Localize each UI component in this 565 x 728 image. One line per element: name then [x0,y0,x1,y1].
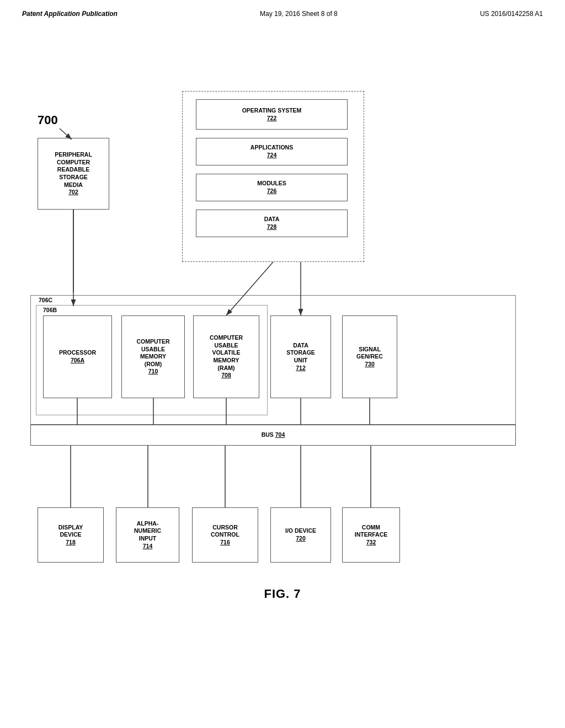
label-706b: 706B [43,307,57,313]
alphanum-box: ALPHA-NUMERICINPUT 714 [116,507,179,563]
display-label: DISPLAYDEVICE [58,524,83,539]
data-ref: 728 [267,223,277,231]
alphanum-label: ALPHA-NUMERICINPUT [134,520,161,543]
alphanum-ref: 714 [143,543,153,550]
modules-label: MODULES [257,180,286,188]
os-ref: 722 [267,115,277,122]
modules-box: MODULES 726 [196,174,348,201]
processor-label: PROCESSOR [59,349,96,357]
cursor-box: CURSORCONTROL 716 [192,507,258,563]
label-706c: 706C [39,297,52,303]
header-right: US 2016/0142258 A1 [480,10,543,18]
signalgen-label: SIGNALGEN/REC [356,346,383,361]
peripheral-storage-box: PERIPHERALCOMPUTERREADABLESTORAGEMEDIA 7… [38,138,109,210]
rom-ref: 710 [148,368,158,376]
bus-box: BUS 704 [30,425,516,446]
cursor-label: CURSORCONTROL [211,524,239,539]
label-700: 700 [38,113,58,127]
processor-box: PROCESSOR 706A [43,315,112,398]
peripheral-storage-ref: 702 [68,189,78,196]
display-ref: 718 [66,539,76,547]
display-box: DISPLAYDEVICE 718 [38,507,104,563]
ram-label: COMPUTERUSABLEVOLATILEMEMORY(RAM) [210,334,243,372]
header-center: May 19, 2016 Sheet 8 of 8 [260,10,338,18]
datastorage-box: DATASTORAGEUNIT 712 [270,315,331,398]
comm-ref: 732 [366,539,376,547]
rom-label: COMPUTERUSABLEMEMORY(ROM) [136,338,169,368]
rom-box: COMPUTERUSABLEMEMORY(ROM) 710 [121,315,185,398]
os-box: OPERATING SYSTEM 722 [196,99,348,130]
bus-label: BUS 704 [262,431,285,439]
data-box: DATA 728 [196,210,348,237]
page-header: Patent Application Publication May 19, 2… [0,0,565,22]
processor-ref: 706A [71,357,84,365]
data-label: DATA [264,216,280,223]
signalgen-ref: 730 [365,361,375,368]
apps-label: APPLICATIONS [250,144,293,152]
apps-box: APPLICATIONS 724 [196,138,348,165]
iodevice-box: I/O DEVICE 720 [270,507,331,563]
iodevice-ref: 720 [296,535,306,543]
datastorage-label: DATASTORAGEUNIT [286,342,315,365]
os-label: OPERATING SYSTEM [242,107,302,115]
iodevice-label: I/O DEVICE [285,527,316,535]
apps-ref: 724 [267,152,277,159]
ram-box: COMPUTERUSABLEVOLATILEMEMORY(RAM) 708 [193,315,259,398]
peripheral-storage-label: PERIPHERALCOMPUTERREADABLESTORAGEMEDIA [55,151,92,189]
header-left: Patent Application Publication [22,10,118,18]
signalgen-box: SIGNALGEN/REC 730 [342,315,397,398]
cursor-ref: 716 [220,539,230,547]
comm-box: COMMINTERFACE 732 [342,507,400,563]
bus-ref: 704 [275,431,285,438]
ram-ref: 708 [221,372,231,379]
diagram-area: 700 PERIPHERALCOMPUTERREADABLESTORAGEMED… [0,28,565,634]
comm-label: COMMINTERFACE [355,524,388,539]
modules-ref: 726 [267,188,277,195]
datastorage-ref: 712 [296,365,306,372]
figure-caption: FIG. 7 [264,587,301,601]
